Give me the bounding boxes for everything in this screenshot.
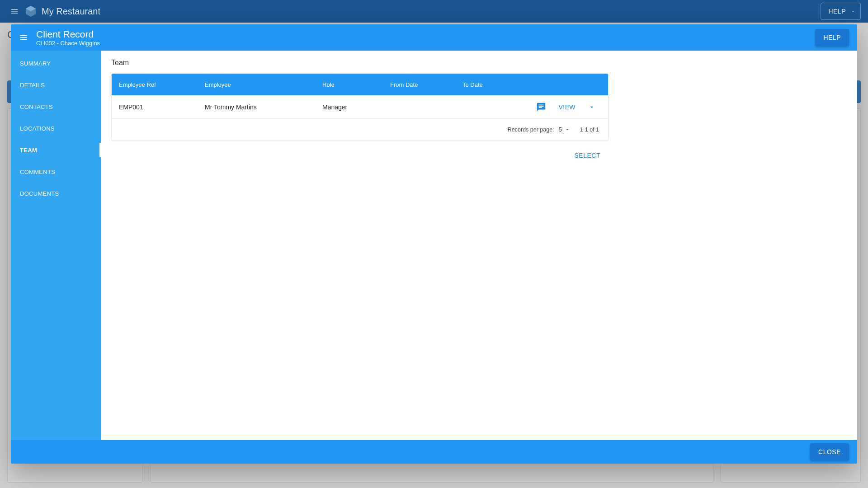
table-row: EMP001 Mr Tommy Martins Manager VIEW (112, 95, 608, 119)
close-button[interactable]: CLOSE (810, 443, 849, 460)
col-from-date: From Date (390, 81, 462, 88)
sidebar-item-label: TEAM (20, 147, 37, 154)
section-title: Team (111, 59, 847, 67)
sidebar-item-label: COMMENTS (20, 169, 55, 175)
dialog-header: Client Record CLI002 - Chace Wiggins HEL… (11, 24, 857, 51)
sidebar: SUMMARY DETAILS CONTACTS LOCATIONS TEAM … (11, 51, 101, 440)
client-record-dialog: Client Record CLI002 - Chace Wiggins HEL… (11, 24, 857, 464)
sidebar-item-label: SUMMARY (20, 60, 51, 67)
sidebar-item-summary[interactable]: SUMMARY (11, 52, 101, 74)
sidebar-item-comments[interactable]: COMMENTS (11, 161, 101, 183)
app-logo (24, 5, 37, 18)
sidebar-item-label: DOCUMENTS (20, 190, 59, 197)
pager-rpp-value: 5 (559, 127, 562, 133)
select-button[interactable]: SELECT (566, 148, 609, 163)
caret-down-icon (850, 9, 856, 14)
table-pager: Records per page: 5 1-1 of 1 (112, 119, 608, 141)
col-employee: Employee (205, 81, 322, 88)
row-view-button[interactable]: VIEW (559, 103, 576, 111)
sidebar-item-label: CONTACTS (20, 103, 53, 110)
app-help-button[interactable]: HELP (821, 3, 861, 20)
dialog-help-label: HELP (823, 34, 841, 41)
app-help-label: HELP (828, 8, 846, 15)
pager-rpp-select[interactable]: 5 (559, 127, 570, 133)
cell-employee: Mr Tommy Martins (205, 103, 322, 111)
row-comment-button[interactable] (536, 102, 546, 112)
cell-role: Manager (322, 103, 390, 111)
hamburger-icon (19, 33, 28, 42)
dialog-footer: CLOSE (11, 440, 857, 464)
close-label: CLOSE (818, 448, 841, 455)
row-options-button[interactable] (588, 103, 595, 111)
comment-icon (536, 102, 546, 112)
caret-down-icon (565, 127, 570, 132)
sidebar-item-label: DETAILS (20, 82, 45, 89)
sidebar-item-documents[interactable]: DOCUMENTS (11, 183, 101, 204)
team-table: Employee Ref Employee Role From Date To … (111, 73, 609, 141)
sidebar-item-details[interactable]: DETAILS (11, 74, 101, 96)
caret-down-icon (588, 103, 595, 111)
sidebar-item-label: LOCATIONS (20, 125, 55, 132)
dialog-subtitle: CLI002 - Chace Wiggins (36, 40, 100, 47)
pager-range: 1-1 of 1 (580, 127, 599, 133)
app-title: My Restaurant (42, 6, 100, 17)
pager-rpp-label: Records per page: (508, 127, 554, 133)
select-label: SELECT (575, 152, 600, 159)
sidebar-item-locations[interactable]: LOCATIONS (11, 117, 101, 139)
col-employee-ref: Employee Ref (119, 81, 205, 88)
dialog-help-button[interactable]: HELP (815, 29, 849, 46)
col-role: Role (322, 81, 390, 88)
dialog-menu-button[interactable] (19, 33, 28, 42)
dialog-title: Client Record (36, 28, 100, 40)
app-menu-button[interactable] (7, 4, 22, 19)
hamburger-icon (10, 7, 19, 16)
cell-ref: EMP001 (119, 103, 205, 111)
sidebar-item-contacts[interactable]: CONTACTS (11, 96, 101, 117)
col-to-date: To Date (462, 81, 521, 88)
sidebar-item-team[interactable]: TEAM (11, 139, 101, 161)
appbar: My Restaurant HELP (0, 0, 868, 23)
dialog-main: Team Employee Ref Employee Role From Dat… (101, 51, 857, 440)
table-header: Employee Ref Employee Role From Date To … (112, 74, 608, 95)
